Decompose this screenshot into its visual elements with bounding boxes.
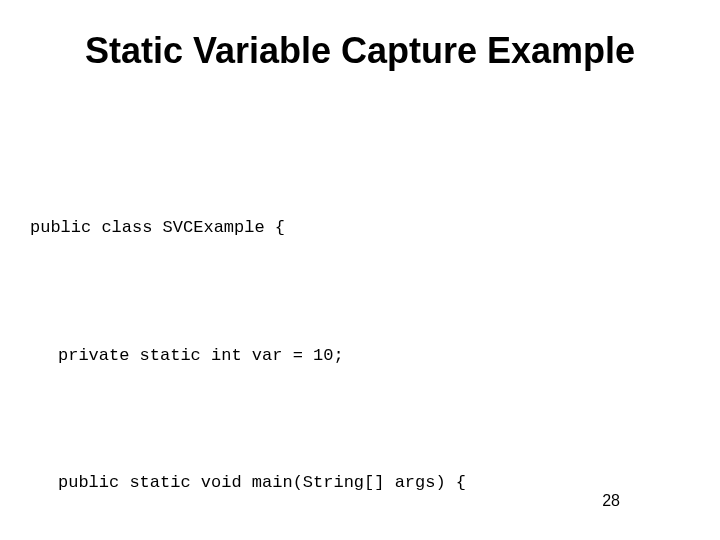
code-line-1: public class SVCExample { — [30, 207, 690, 250]
code-line-3: public static void main(String[] args) { — [30, 462, 690, 505]
slide-title: Static Variable Capture Example — [30, 30, 690, 72]
code-block: public class SVCExample { private static… — [30, 122, 690, 540]
slide-container: Static Variable Capture Example public c… — [0, 0, 720, 540]
page-number: 28 — [602, 492, 620, 510]
code-line-2: private static int var = 10; — [30, 335, 690, 378]
